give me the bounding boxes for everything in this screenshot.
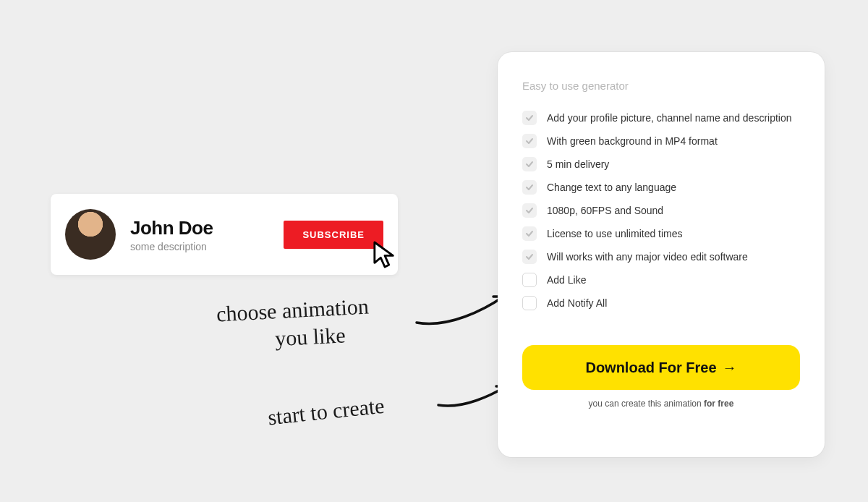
channel-name: John Doe [130,217,284,239]
feature-label: Add Like [547,274,586,286]
feature-item: Add your profile picture, channel name a… [522,111,800,125]
channel-description: some description [130,241,284,252]
feature-item: Add Notify All [522,296,800,310]
feature-label: 1080p, 60FPS and Sound [547,205,663,216]
feature-label: Add your profile picture, channel name a… [547,112,792,124]
footnote-text: you can create this animation [589,399,704,409]
feature-label: 5 min delivery [547,158,609,170]
check-icon [522,157,537,171]
feature-item: Add Like [522,273,800,287]
generator-panel: Easy to use generator Add your profile p… [498,52,825,457]
panel-title: Easy to use generator [522,80,800,92]
feature-label: Change text to any language [547,182,676,193]
feature-item: 1080p, 60FPS and Sound [522,203,800,218]
feature-item: With green background in MP4 format [522,134,800,148]
annotation-choose: choose animation you like [216,293,370,355]
check-icon [522,250,537,264]
footnote: you can create this animation for free [522,399,800,409]
feature-item: Change text to any language [522,180,800,195]
annotation-start: start to create [266,392,386,431]
check-icon [522,203,537,218]
feature-item: 5 min delivery [522,157,800,171]
feature-label: Will works with any major video edit sof… [547,251,748,263]
feature-label: With green background in MP4 format [547,135,718,147]
feature-list: Add your profile picture, channel name a… [522,111,800,310]
check-icon [522,180,537,195]
download-button-label: Download For Free [585,360,716,376]
footnote-bold: for free [704,399,733,409]
channel-text: John Doe some description [130,217,284,252]
checkbox[interactable] [522,273,537,287]
check-icon [522,134,537,148]
avatar [65,209,116,260]
download-button[interactable]: Download For Free → [522,345,800,390]
feature-item: License to use unlimited times [522,226,800,241]
subscribe-preview-card: John Doe some description SUBSCRIBE [51,194,398,275]
checkbox[interactable] [522,296,537,310]
subscribe-button[interactable]: SUBSCRIBE [284,221,383,249]
feature-label: License to use unlimited times [547,228,683,239]
check-icon [522,226,537,241]
check-icon [522,111,537,125]
arrow-right-icon: → [723,360,737,376]
feature-item: Will works with any major video edit sof… [522,250,800,264]
feature-label: Add Notify All [547,297,607,309]
